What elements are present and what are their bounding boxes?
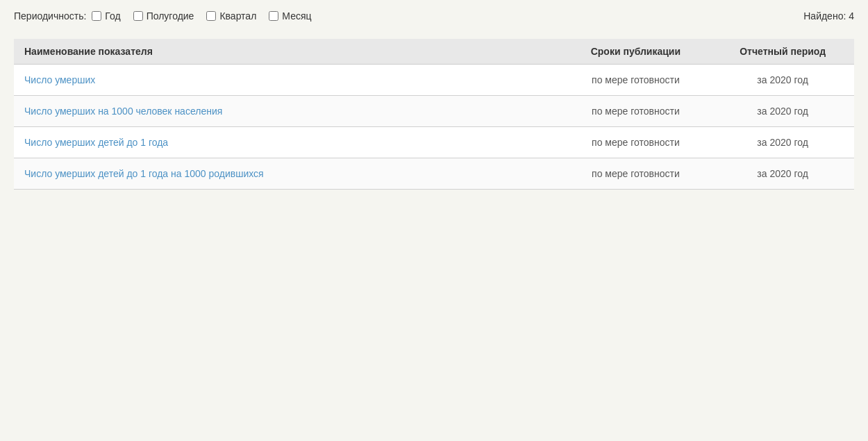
checkbox-year[interactable]	[92, 11, 101, 21]
results-table: Наименование показателя Сроки публикации…	[14, 39, 854, 190]
label-month: Месяц	[282, 10, 311, 22]
main-container: Периодичность: Год Полугодие Квартал Мес…	[0, 0, 868, 441]
row-link[interactable]: Число умерших детей до 1 года	[24, 137, 168, 148]
header-period: Отчетный период	[711, 39, 854, 65]
cell-name: Число умерших детей до 1 года	[14, 127, 560, 158]
filter-halfyear[interactable]: Полугодие	[133, 10, 194, 22]
label-year: Год	[105, 10, 120, 22]
checkbox-month[interactable]	[269, 11, 278, 21]
filter-quarter[interactable]: Квартал	[206, 10, 256, 22]
label-halfyear: Полугодие	[147, 10, 194, 22]
cell-name: Число умерших на 1000 человек населения	[14, 96, 560, 127]
label-quarter: Квартал	[219, 10, 256, 22]
filter-year[interactable]: Год	[92, 10, 120, 22]
cell-publication: по мере готовности	[560, 158, 712, 190]
cell-publication: по мере готовности	[560, 96, 712, 127]
found-count: Найдено: 4	[803, 10, 854, 22]
cell-name: Число умерших	[14, 65, 560, 96]
table-row: Число умерших детей до 1 года на 1000 ро…	[14, 158, 854, 190]
cell-period: за 2020 год	[711, 96, 854, 127]
cell-period: за 2020 год	[711, 65, 854, 96]
table-header-row: Наименование показателя Сроки публикации…	[14, 39, 854, 65]
cell-publication: по мере готовности	[560, 65, 712, 96]
cell-period: за 2020 год	[711, 127, 854, 158]
filter-month[interactable]: Месяц	[269, 10, 311, 22]
row-link[interactable]: Число умерших на 1000 человек населения	[24, 106, 222, 117]
checkbox-halfyear[interactable]	[133, 11, 143, 21]
table-row: Число умерших на 1000 человек населенияп…	[14, 96, 854, 127]
cell-name: Число умерших детей до 1 года на 1000 ро…	[14, 158, 560, 190]
filter-bar: Периодичность: Год Полугодие Квартал Мес…	[14, 10, 854, 28]
row-link[interactable]: Число умерших	[24, 74, 95, 85]
cell-period: за 2020 год	[711, 158, 854, 190]
table-row: Число умершихпо мере готовностиза 2020 г…	[14, 65, 854, 96]
cell-publication: по мере готовности	[560, 127, 712, 158]
row-link[interactable]: Число умерших детей до 1 года на 1000 ро…	[24, 168, 264, 179]
header-publication: Сроки публикации	[560, 39, 712, 65]
checkbox-quarter[interactable]	[206, 11, 216, 21]
header-name: Наименование показателя	[14, 39, 560, 65]
table-row: Число умерших детей до 1 годапо мере гот…	[14, 127, 854, 158]
filter-label: Периодичность:	[14, 10, 86, 22]
